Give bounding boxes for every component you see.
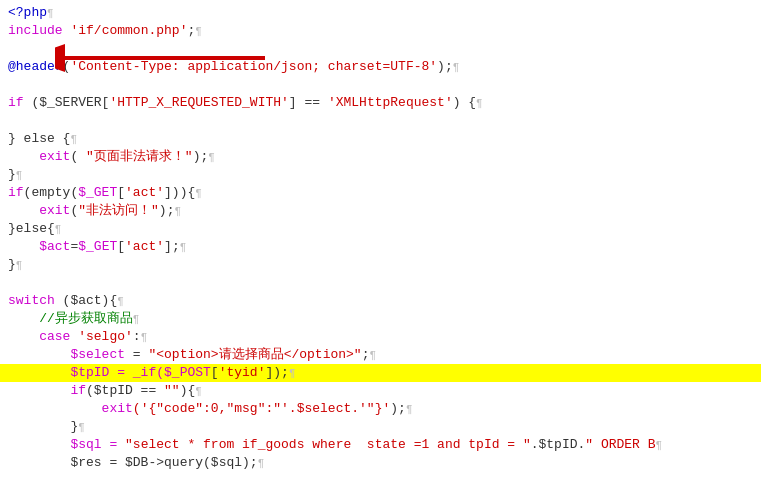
token: ] == [289,95,328,110]
line-end-marker: ¶ [70,133,77,145]
line-end-marker: ¶ [141,331,148,343]
line-end-marker: ¶ [195,187,202,199]
code-line: exit("非法访问！");¶ [0,202,761,220]
line-end-marker: ¶ [258,457,265,469]
token: $_GET [78,185,117,200]
token: exit [8,401,133,416]
token: @header [8,59,63,74]
line-content: @header('Content-Type: application/json;… [0,58,761,76]
token: ]); [265,365,288,380]
line-end-marker: ¶ [195,385,202,397]
code-line: $act=$_GET['act'];¶ [0,238,761,256]
token: $sql = [8,437,125,452]
token: ); [437,59,453,74]
code-line: switch ($act){¶ [0,292,761,310]
line-end-marker: ¶ [133,313,140,325]
line-content: }¶ [0,256,761,274]
code-line [0,274,761,292]
code-line: //异步获取商品¶ [0,310,761,328]
token: } [8,257,16,272]
token: 'Content-Type: application/json; charset… [70,59,437,74]
token: " ORDER B [585,437,655,452]
token: "" [164,383,180,398]
code-line: $select = "<option>请选择商品</option>";¶ [0,346,761,364]
line-content [0,274,761,292]
code-line: }else{¶ [0,220,761,238]
token: } [8,419,78,434]
token: //异步获取商品 [8,311,133,326]
token: $_GET [78,239,117,254]
token: : [133,329,141,344]
code-editor: <?php¶include 'if/common.php';¶@header('… [0,0,761,504]
token: ) { [453,95,476,110]
code-line: exit('{"code":0,"msg":"'.$select.'"}');¶ [0,400,761,418]
code-content: <?php¶include 'if/common.php';¶@header('… [0,0,761,476]
token: $_POST [164,365,211,380]
line-content: $sql = "select * from if_goods where sta… [0,436,761,454]
line-end-marker: ¶ [476,97,483,109]
token: ( [70,149,86,164]
line-content: $res = $DB->query($sql);¶ [0,454,761,472]
code-line: include 'if/common.php';¶ [0,22,761,40]
token: if [8,185,24,200]
line-content: <?php¶ [0,4,761,22]
line-end-marker: ¶ [195,25,202,37]
line-content: if ($_SERVER['HTTP_X_REQUESTED_WITH'] ==… [0,94,761,112]
line-content: exit('{"code":0,"msg":"'.$select.'"}');¶ [0,400,761,418]
line-end-marker: ¶ [656,439,663,451]
token: [ [211,365,219,380]
line-content: include 'if/common.php';¶ [0,22,761,40]
line-end-marker: ¶ [289,367,296,379]
token: [ [117,239,125,254]
token: <?php [8,5,47,20]
code-line: $tpID = _if($_POST['tyid']);¶ [0,364,761,382]
token: exit [8,149,70,164]
token: 'tyid' [219,365,266,380]
token: = [133,347,149,362]
line-content [0,76,761,94]
line-end-marker: ¶ [117,295,124,307]
token: $tpID = _if( [8,365,164,380]
code-line: if ($_SERVER['HTTP_X_REQUESTED_WITH'] ==… [0,94,761,112]
line-content: } else {¶ [0,130,761,148]
token: ($tpID == [86,383,164,398]
token: "<option>请选择商品</option>" [148,347,361,362]
token: 'if/common.php' [70,23,187,38]
line-content: }¶ [0,418,761,436]
line-end-marker: ¶ [208,151,215,163]
token: ])){ [164,185,195,200]
token: ]; [164,239,180,254]
line-end-marker: ¶ [55,223,62,235]
line-end-marker: ¶ [47,7,54,19]
token: 'XMLHttpRequest' [328,95,453,110]
token: 'act' [125,239,164,254]
token: ); [159,203,175,218]
token: 'selgo' [78,329,133,344]
line-content [0,112,761,130]
code-line: $sql = "select * from if_goods where sta… [0,436,761,454]
line-end-marker: ¶ [369,349,376,361]
code-line [0,76,761,94]
code-line: <?php¶ [0,4,761,22]
token: (empty( [24,185,79,200]
token: ('{"code":0,"msg":"'.$select.'"}' [133,401,390,416]
token: if [8,383,86,398]
code-line: if($tpID == ""){¶ [0,382,761,400]
line-content: if(empty($_GET['act'])){¶ [0,184,761,202]
token: ($act){ [63,293,118,308]
line-content: $tpID = _if($_POST['tyid']);¶ [0,364,761,382]
code-line: }¶ [0,418,761,436]
token: } [8,167,16,182]
token: case [8,329,78,344]
code-line [0,112,761,130]
line-content: switch ($act){¶ [0,292,761,310]
code-line: if(empty($_GET['act'])){¶ [0,184,761,202]
line-content: //异步获取商品¶ [0,310,761,328]
line-end-marker: ¶ [453,61,460,73]
line-content: $act=$_GET['act'];¶ [0,238,761,256]
line-end-marker: ¶ [16,169,23,181]
line-end-marker: ¶ [78,421,85,433]
line-content: $select = "<option>请选择商品</option>";¶ [0,346,761,364]
code-line: exit( "页面非法请求！");¶ [0,148,761,166]
token: ){ [180,383,196,398]
